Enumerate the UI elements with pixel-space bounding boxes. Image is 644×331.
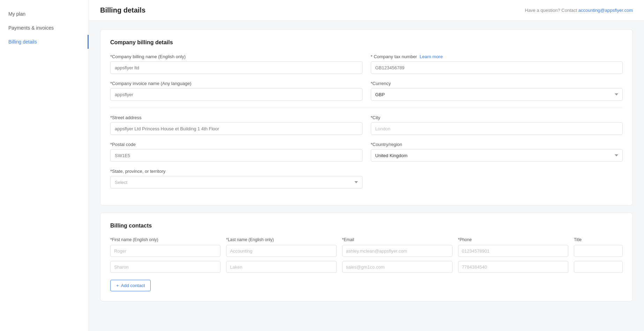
empty-group [371, 169, 623, 188]
first-name-header: *First name (English only) [110, 237, 220, 242]
billing-contacts-card: Billing contacts *First name (English on… [100, 213, 633, 301]
company-billing-name-group: *Company billing name (English only) [110, 54, 362, 74]
company-tax-number-label: * Company tax number Learn more [371, 54, 623, 59]
phone-cell [458, 245, 568, 257]
company-billing-title: Company billing details [110, 39, 623, 46]
invoice-currency-row: *Company invoice name (Any language) *Cu… [110, 81, 623, 101]
sidebar-item-label: Billing details [8, 39, 37, 45]
form-divider [110, 108, 623, 108]
company-invoice-name-label: *Company invoice name (Any language) [110, 81, 362, 86]
postal-country-row: *Postal code *Country/region United King… [110, 142, 623, 162]
sidebar-item-label: My plan [8, 11, 25, 17]
first-name-cell [110, 261, 220, 273]
email-cell [342, 261, 452, 273]
company-tax-number-input[interactable] [371, 61, 623, 74]
city-group: *City [371, 115, 623, 135]
sidebar-item-my-plan[interactable]: My plan [0, 7, 89, 21]
sidebar-item-label: Payments & invoices [8, 25, 54, 31]
last-name-header: *Last name (English only) [226, 237, 336, 242]
app-layout: My plan Payments & invoices Billing deta… [0, 0, 644, 331]
table-row [110, 245, 623, 257]
contacts-table-header: *First name (English only) *Last name (E… [110, 237, 623, 242]
table-row [110, 261, 623, 273]
add-contact-button[interactable]: + Add contact [110, 280, 151, 291]
phone-input[interactable] [458, 261, 568, 273]
address-city-row: *Street address *City [110, 115, 623, 135]
sidebar: My plan Payments & invoices Billing deta… [0, 0, 89, 331]
company-billing-card: Company billing details *Company billing… [100, 29, 633, 206]
postal-code-label: *Postal code [110, 142, 362, 147]
currency-group: *Currency GBP USD EUR ILS [371, 81, 623, 101]
last-name-cell [226, 245, 336, 257]
title-input[interactable] [574, 245, 623, 257]
state-province-group: *State, province, or territory Select [110, 169, 362, 188]
company-billing-name-input[interactable] [110, 61, 362, 74]
add-contact-icon: + [116, 283, 119, 288]
currency-select[interactable]: GBP USD EUR ILS [371, 88, 623, 101]
company-billing-name-label: *Company billing name (English only) [110, 54, 362, 59]
state-row: *State, province, or territory Select [110, 169, 623, 188]
header-contact: Have a question? Contact accounting@apps… [525, 8, 633, 13]
state-province-select[interactable]: Select [110, 176, 362, 188]
phone-header: *Phone [458, 237, 568, 242]
page-header: Billing details Have a question? Contact… [89, 0, 644, 21]
contact-email-link[interactable]: accounting@appsflyer.com [578, 8, 633, 13]
billing-name-tax-row: *Company billing name (English only) * C… [110, 54, 623, 74]
email-input[interactable] [342, 261, 452, 273]
sidebar-item-billing-details[interactable]: Billing details [0, 35, 89, 49]
phone-cell [458, 261, 568, 273]
title-cell [574, 245, 623, 257]
main-content: Billing details Have a question? Contact… [89, 0, 644, 331]
first-name-input[interactable] [110, 245, 220, 257]
contact-text: Have a question? Contact [525, 8, 578, 13]
company-invoice-name-group: *Company invoice name (Any language) [110, 81, 362, 101]
page-title: Billing details [100, 6, 145, 14]
last-name-input[interactable] [226, 245, 336, 257]
title-input[interactable] [574, 261, 623, 273]
street-address-label: *Street address [110, 115, 362, 120]
company-invoice-name-input[interactable] [110, 88, 362, 101]
email-cell [342, 245, 452, 257]
email-header: *Email [342, 237, 452, 242]
first-name-cell [110, 245, 220, 257]
phone-input[interactable] [458, 245, 568, 257]
currency-label: *Currency [371, 81, 623, 86]
company-tax-number-group: * Company tax number Learn more [371, 54, 623, 74]
country-region-group: *Country/region United Kingdom United St… [371, 142, 623, 162]
billing-contacts-title: Billing contacts [110, 223, 623, 229]
title-cell [574, 261, 623, 273]
sidebar-item-payments-invoices[interactable]: Payments & invoices [0, 21, 89, 35]
country-region-label: *Country/region [371, 142, 623, 147]
last-name-input[interactable] [226, 261, 336, 273]
learn-more-link[interactable]: Learn more [420, 54, 443, 59]
city-label: *City [371, 115, 623, 120]
first-name-input[interactable] [110, 261, 220, 273]
page-content: Company billing details *Company billing… [89, 21, 644, 317]
country-region-select[interactable]: United Kingdom United States Germany Fra… [371, 149, 623, 162]
postal-code-group: *Postal code [110, 142, 362, 162]
postal-code-input[interactable] [110, 149, 362, 162]
last-name-cell [226, 261, 336, 273]
state-province-label: *State, province, or territory [110, 169, 362, 174]
street-address-input[interactable] [110, 122, 362, 135]
city-input[interactable] [371, 122, 623, 135]
street-address-group: *Street address [110, 115, 362, 135]
add-contact-label: Add contact [121, 283, 145, 288]
title-header: Title [574, 237, 623, 242]
email-input[interactable] [342, 245, 452, 257]
